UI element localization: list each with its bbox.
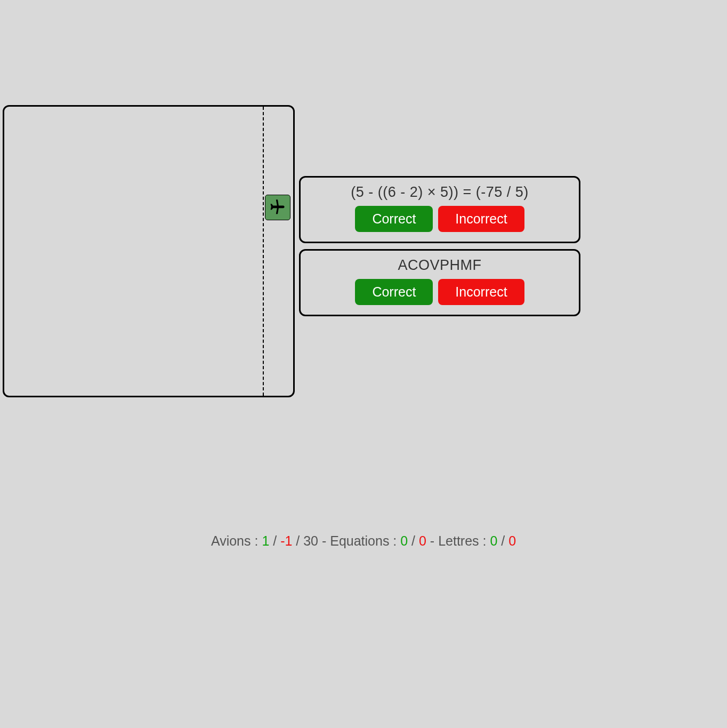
score-avions-rest: / 30 - bbox=[292, 533, 330, 548]
score-sep: / bbox=[408, 533, 419, 548]
boundary-line bbox=[263, 107, 264, 396]
equation-incorrect-button[interactable]: Incorrect bbox=[438, 206, 524, 232]
score-avions-bad: -1 bbox=[280, 533, 292, 548]
score-le-bad: 0 bbox=[508, 533, 516, 548]
letters-incorrect-button[interactable]: Incorrect bbox=[438, 279, 524, 305]
plane-area[interactable] bbox=[3, 105, 295, 397]
score-eq-label: Equations : bbox=[330, 533, 400, 548]
equation-buttons: Correct Incorrect bbox=[310, 206, 569, 232]
score-le-good: 0 bbox=[490, 533, 497, 548]
equation-panel: (5 - ((6 - 2) × 5)) = (-75 / 5) Correct … bbox=[299, 176, 580, 243]
score-eq-good: 0 bbox=[400, 533, 408, 548]
plane-token[interactable] bbox=[265, 195, 290, 220]
score-eq-bad: 0 bbox=[419, 533, 426, 548]
letters-buttons: Correct Incorrect bbox=[310, 279, 569, 305]
score-le-label: Lettres : bbox=[438, 533, 490, 548]
score-bar: Avions : 1 / -1 / 30 - Equations : 0 / 0… bbox=[0, 533, 727, 549]
letters-panel: ACOVPHMF Correct Incorrect bbox=[299, 249, 580, 316]
letters-prompt: ACOVPHMF bbox=[310, 257, 569, 274]
letters-correct-button[interactable]: Correct bbox=[355, 279, 433, 305]
score-sep: - bbox=[426, 533, 438, 548]
score-avions-good: 1 bbox=[262, 533, 269, 548]
equation-prompt: (5 - ((6 - 2) × 5)) = (-75 / 5) bbox=[310, 184, 569, 201]
airplane-icon bbox=[268, 196, 288, 219]
score-sep: / bbox=[269, 533, 280, 548]
score-sep: / bbox=[497, 533, 508, 548]
equation-correct-button[interactable]: Correct bbox=[355, 206, 433, 232]
score-avions-label: Avions : bbox=[211, 533, 262, 548]
